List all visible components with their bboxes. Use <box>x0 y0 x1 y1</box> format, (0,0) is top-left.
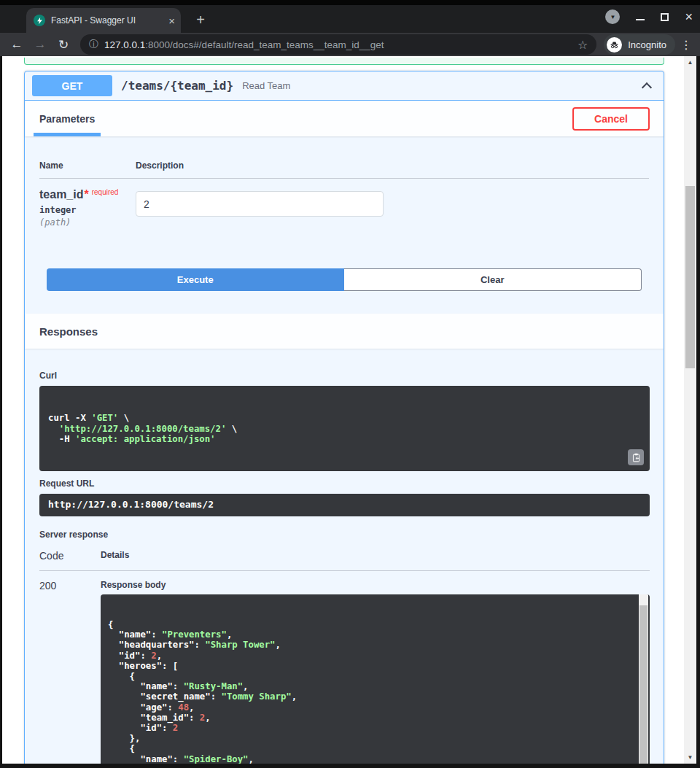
window-controls: ▼ × <box>605 9 693 24</box>
tab-close-icon[interactable]: × <box>168 15 175 26</box>
code-column-header: Code <box>39 550 101 562</box>
response-row: 200 Response body { "name": "Preventers"… <box>39 580 650 768</box>
url-text: 127.0.0.1:8000/docs#/default/read_team_t… <box>104 39 572 50</box>
parameter-value-cell <box>136 188 384 228</box>
details-column-header: Details <box>101 550 129 562</box>
swagger-page: GET /teams/{team_id} Read Team Parameter… <box>0 56 700 768</box>
clear-button[interactable]: Clear <box>344 268 642 291</box>
plus-icon: + <box>196 12 205 28</box>
url-host: 127.0.0.1 <box>104 39 145 50</box>
required-label: required <box>92 188 119 196</box>
parameter-name: team_id <box>39 188 83 201</box>
response-body: { "name": "Preventers", "headquarters": … <box>101 594 650 768</box>
opblock-get-teams: GET /teams/{team_id} Read Team Parameter… <box>24 71 664 768</box>
response-body-scrollbar[interactable]: ▲ <box>639 594 648 768</box>
bookmark-star-icon[interactable]: ☆ <box>578 38 588 52</box>
page-scrollbar[interactable]: ▲ ▼ <box>684 56 696 768</box>
request-url-label: Request URL <box>39 478 650 489</box>
team-id-input[interactable] <box>136 191 384 217</box>
cancel-button[interactable]: Cancel <box>572 107 650 131</box>
tab-title: FastAPI - Swagger UI <box>51 15 163 26</box>
status-code: 200 <box>39 580 101 768</box>
minimize-button[interactable] <box>636 19 645 20</box>
active-tab-underline <box>34 133 101 136</box>
response-table-head: Code Details <box>39 550 650 571</box>
reload-icon[interactable]: ↻ <box>54 37 73 53</box>
close-button[interactable]: × <box>685 10 693 23</box>
chevron-up-icon[interactable] <box>642 82 652 92</box>
fastapi-logo-icon <box>34 15 45 26</box>
response-json: { "name": "Preventers", "headquarters": … <box>108 619 629 768</box>
incognito-icon <box>607 37 622 53</box>
copy-icon <box>631 453 641 462</box>
parameters-section-header: Parameters Cancel <box>25 101 664 136</box>
curl-label: Curl <box>39 371 650 381</box>
responses-section-header: Responses <box>25 314 664 349</box>
back-icon[interactable]: ← <box>7 37 26 52</box>
window-frame-top <box>0 0 700 5</box>
request-url-value: http://127.0.0.1:8000/teams/2 <box>39 494 650 516</box>
incognito-label: Incognito <box>628 39 666 50</box>
tab-parameters[interactable]: Parameters <box>34 101 101 136</box>
kebab-menu-icon[interactable]: ⋮ <box>680 38 693 52</box>
window-frame-left <box>0 56 2 768</box>
curl-command: curl -X 'GET' \ 'http://127.0.0.1:8000/t… <box>39 386 650 471</box>
parameter-location: (path) <box>39 217 136 228</box>
column-name-header: Name <box>39 160 136 171</box>
tab-strip: FastAPI - Swagger UI × + ▼ × <box>0 0 700 33</box>
parameters-table: Name Description team_id*required intege… <box>25 136 664 291</box>
execute-button-group: Execute Clear <box>47 268 642 291</box>
response-scrollbar-thumb[interactable] <box>639 605 648 768</box>
parameter-type: integer <box>39 205 136 215</box>
window-frame-bottom <box>0 764 700 768</box>
browser-tab[interactable]: FastAPI - Swagger UI × <box>26 8 181 33</box>
browser-window: FastAPI - Swagger UI × + ▼ × ← → ↻ ⓘ 127… <box>0 0 700 768</box>
required-asterisk: * <box>84 188 88 201</box>
server-response-label: Server response <box>39 530 650 540</box>
endpoint-summary: Read Team <box>242 80 643 91</box>
scroll-down-icon[interactable]: ▼ <box>684 754 696 761</box>
window-frame-right <box>696 56 700 768</box>
opblock-header[interactable]: GET /teams/{team_id} Read Team <box>25 71 664 101</box>
responses-body: Curl curl -X 'GET' \ 'http://127.0.0.1:8… <box>25 349 664 768</box>
copy-to-clipboard-button[interactable] <box>628 449 644 465</box>
new-tab-button[interactable]: + <box>191 10 210 29</box>
column-description-header: Description <box>136 160 184 171</box>
address-bar[interactable]: ⓘ 127.0.0.1:8000/docs#/default/read_team… <box>80 34 596 55</box>
parameters-tab-label: Parameters <box>39 113 95 125</box>
forward-icon[interactable]: → <box>31 37 50 52</box>
response-details: Response body { "name": "Preventers", "h… <box>101 580 650 768</box>
scroll-up-icon[interactable]: ▲ <box>684 59 696 66</box>
parameters-table-head: Name Description <box>39 160 649 179</box>
responses-title: Responses <box>39 325 98 338</box>
incognito-badge: Incognito <box>604 34 675 55</box>
method-badge: GET <box>32 75 112 96</box>
response-body-label: Response body <box>101 580 650 590</box>
execute-button[interactable]: Execute <box>47 268 344 291</box>
browser-update-icon[interactable]: ▼ <box>605 9 620 24</box>
previous-endpoint-stub <box>24 58 664 65</box>
maximize-button[interactable] <box>661 13 669 21</box>
endpoint-path: /teams/{team_id} <box>121 79 233 93</box>
browser-toolbar: ← → ↻ ⓘ 127.0.0.1:8000/docs#/default/rea… <box>0 33 700 56</box>
parameter-row: team_id*required integer (path) <box>39 179 649 228</box>
info-icon[interactable]: ⓘ <box>89 38 98 51</box>
parameter-meta: team_id*required integer (path) <box>39 188 136 228</box>
url-path: :8000/docs#/default/read_team_teams__tea… <box>145 39 384 50</box>
page-scrollbar-thumb[interactable] <box>685 186 695 368</box>
